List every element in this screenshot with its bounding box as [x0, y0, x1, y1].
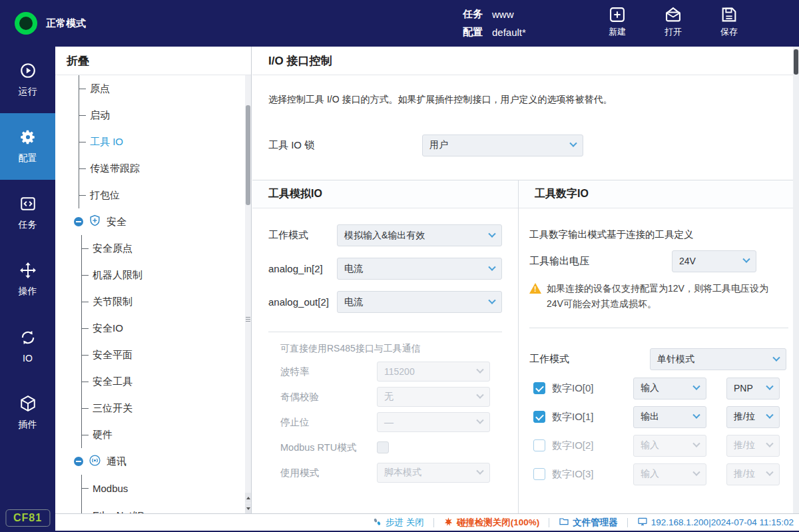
digital-io-1-direction-select[interactable]: 输出: [633, 406, 706, 428]
tree-collapse-header[interactable]: 折叠: [55, 47, 251, 75]
tree-item-three-pos-switch[interactable]: 三位开关: [82, 395, 251, 421]
digital-io-2-direction-value: 输入: [641, 439, 659, 451]
chevron-down-icon: [488, 296, 495, 304]
analog-out-label: analog_out[2]: [268, 296, 337, 308]
digital-io-0-type-select[interactable]: PNP: [726, 378, 780, 399]
new-button[interactable]: 新建: [602, 5, 633, 38]
main-content: I/O 接口控制 选择控制工具 I/O 接口的方式。如果扩展插件控制接口，用户定…: [252, 47, 799, 513]
tree-scroll-down-button[interactable]: [245, 503, 251, 513]
tree-item-safety-plane[interactable]: 安全平面: [82, 342, 251, 368]
collapse-minus-icon[interactable]: [74, 217, 83, 226]
tree-item-hardware[interactable]: 硬件: [82, 421, 251, 448]
rs485-note: 可直接使用RS485接口与工具通信: [280, 343, 502, 355]
output-voltage-row: 工具输出电压 24V: [529, 250, 788, 272]
sidebar-item-io[interactable]: IO: [0, 313, 55, 380]
analog-in-select[interactable]: 电流: [337, 258, 502, 280]
usage-mode-select: 脚本模式: [377, 463, 490, 483]
tree-item-ethernet-ip[interactable]: EtherNet/IP: [82, 501, 251, 513]
chevron-down-icon: [569, 140, 577, 147]
digital-io-3-checkbox[interactable]: [533, 468, 545, 480]
tree-item-conveyor[interactable]: 传送带跟踪: [79, 155, 251, 182]
digital-io-3-type-select: 推/拉: [726, 463, 780, 485]
cube-icon: [19, 395, 37, 414]
tree-item-tool-io[interactable]: 工具 IO: [79, 129, 251, 155]
tree-group-communication: Modbus EtherNet/IP: [81, 475, 251, 513]
sidebar-item-config[interactable]: 配置: [0, 113, 55, 180]
step-mode-status[interactable]: 步进 关闭: [372, 517, 424, 529]
tree-item-origin[interactable]: 原点: [79, 75, 251, 102]
tree-scroll-up-button[interactable]: [245, 493, 251, 503]
digital-io-description: 工具数字输出模式基于连接的工具定义: [529, 228, 788, 241]
task-row: 任务 www: [463, 5, 526, 23]
open-button-label: 打开: [665, 26, 682, 38]
tree-item-safety-tool[interactable]: 安全工具: [82, 368, 251, 395]
digital-io-1-checkbox[interactable]: [533, 411, 545, 423]
tree-group-basic: 原点 启动 工具 IO 传送带跟踪 打包位: [79, 75, 251, 208]
chevron-down-icon: [476, 417, 483, 424]
digital-io-3-type-value: 推/拉: [734, 468, 755, 480]
work-mode-label: 工作模式: [268, 229, 337, 242]
digital-io-2-label: 数字IO[2]: [552, 439, 627, 452]
main-scrollbar[interactable]: [793, 47, 799, 513]
sidebar-item-task[interactable]: 任务: [0, 180, 55, 246]
task-label: 任务: [463, 8, 483, 21]
tree-item-startup[interactable]: 启动: [79, 102, 251, 129]
sidebar-item-operate[interactable]: 操作: [0, 246, 55, 313]
tree-scrollbar-thumb[interactable]: [246, 105, 250, 205]
digital-io-row-3: 数字IO[3] 输入 推/拉: [529, 463, 788, 485]
collision-detection-status[interactable]: 碰撞检测关闭(100%): [443, 517, 540, 529]
sidebar-item-plugin[interactable]: 插件: [0, 380, 55, 446]
open-button[interactable]: 打开: [658, 5, 688, 38]
config-row: 配置 default*: [463, 23, 526, 41]
tree-item-packing[interactable]: 打包位: [79, 182, 251, 208]
tree-node-label: 通讯: [107, 455, 127, 468]
digital-io-0-checkbox[interactable]: [533, 382, 545, 394]
digital-io-row-1: 数字IO[1] 输出 推/拉: [529, 406, 788, 427]
version-badge: CF81: [5, 509, 50, 527]
analog-out-value: 电流: [344, 296, 363, 308]
network-status[interactable]: 192.168.1.200|2024-07-04 11:15:02: [637, 516, 794, 529]
sidebar-item-run[interactable]: 运行: [0, 47, 55, 113]
gear-icon: [19, 129, 37, 148]
tree-node-safety[interactable]: 安全: [55, 208, 251, 235]
digital-io-0-direction-select[interactable]: 输入: [633, 378, 706, 399]
tree-item-safety-origin[interactable]: 安全原点: [82, 235, 251, 262]
tool-io-lock-select[interactable]: 用户: [422, 134, 583, 156]
tree-scrollbar[interactable]: [245, 75, 251, 513]
task-value[interactable]: www: [492, 9, 514, 20]
tree-node-communication[interactable]: 通讯: [55, 448, 251, 475]
chevron-down-icon: [772, 354, 780, 361]
main-scrollbar-thumb[interactable]: [794, 49, 798, 75]
baud-rate-value: 115200: [384, 366, 415, 377]
save-button[interactable]: 保存: [714, 5, 744, 38]
robot-status-indicator[interactable]: [15, 12, 37, 35]
analog-work-mode-value: 模拟输入&输出有效: [344, 230, 425, 242]
collapse-minus-icon[interactable]: [74, 457, 83, 466]
digital-io-row-2: 数字IO[2] 输入 推/拉: [529, 435, 788, 456]
analog-in-value: 电流: [344, 263, 363, 275]
modbus-rtu-label: Modbus RTU模式: [280, 441, 377, 454]
sidebar-item-label: 任务: [19, 219, 37, 231]
digital-work-mode-select[interactable]: 单针模式: [650, 348, 786, 370]
tree-item-robot-limits[interactable]: 机器人限制: [82, 262, 251, 288]
config-value[interactable]: default*: [492, 27, 526, 38]
digital-work-mode-row: 工作模式 单针模式: [529, 348, 788, 370]
parity-row: 奇偶校验 无: [280, 387, 502, 407]
digital-io-2-checkbox[interactable]: [533, 439, 545, 451]
tree-item-joint-limits[interactable]: 关节限制: [82, 288, 251, 315]
digital-io-1-direction-value: 输出: [641, 411, 659, 423]
tree-item-safety-io[interactable]: 安全IO: [82, 315, 251, 342]
digital-work-mode-value: 单针模式: [657, 354, 694, 366]
splitter-grip[interactable]: [246, 312, 250, 326]
run-icon: [19, 62, 37, 81]
chevron-down-icon: [476, 366, 483, 374]
analog-work-mode-select[interactable]: 模拟输入&输出有效: [337, 224, 502, 246]
digital-io-1-type-select[interactable]: 推/拉: [726, 406, 780, 428]
voltage-warning: 如果连接的设备仅支持配置为12V，则将工具电压设为24V可能会对其造成损坏。: [529, 281, 788, 312]
baud-rate-select: 115200: [377, 362, 490, 382]
tree-item-modbus[interactable]: Modbus: [82, 475, 251, 501]
output-voltage-select[interactable]: 24V: [672, 250, 756, 272]
footsteps-icon: [372, 517, 382, 529]
analog-out-select[interactable]: 电流: [337, 291, 502, 313]
file-manager-button[interactable]: 文件管理器: [559, 516, 618, 529]
